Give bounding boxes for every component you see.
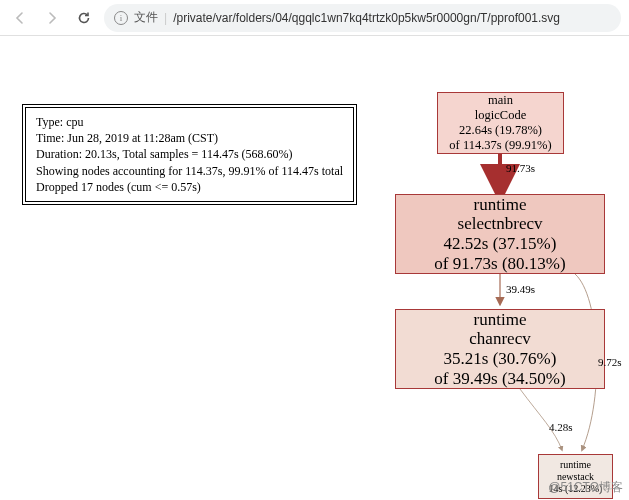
node-pkg: runtime xyxy=(474,195,527,215)
node-fn: chanrecv xyxy=(469,329,530,349)
legend-duration: Duration: 20.13s, Total samples = 114.47… xyxy=(36,146,343,162)
node-runtime-selectnbrecv[interactable]: runtime selectnbrecv 42.52s (37.15%) of … xyxy=(395,194,605,274)
browser-toolbar: i 文件 | /private/var/folders/04/qgqlc1wn7… xyxy=(0,0,629,36)
edge-label-4: 4.28s xyxy=(549,421,573,433)
info-icon: i xyxy=(114,11,128,25)
node-cum: of 114.37s (99.91%) xyxy=(449,138,551,153)
node-cum: of 39.49s (34.50%) xyxy=(434,369,565,389)
legend-showing: Showing nodes accounting for 114.37s, 99… xyxy=(36,163,343,179)
reload-button[interactable] xyxy=(72,6,96,30)
node-flat: 42.52s (37.15%) xyxy=(444,234,557,254)
node-pkg: main xyxy=(488,93,513,108)
node-runtime-chanrecv[interactable]: runtime chanrecv 35.21s (30.76%) of 39.4… xyxy=(395,309,605,389)
node-fn: logicCode xyxy=(475,108,526,123)
edge-label-1: 91.73s xyxy=(506,162,535,174)
node-flat: 22.64s (19.78%) xyxy=(459,123,542,138)
graph-canvas: Type: cpu Time: Jun 28, 2019 at 11:28am … xyxy=(0,36,629,500)
legend-type: Type: cpu xyxy=(36,114,343,130)
url-path: /private/var/folders/04/qgqlc1wn7kq4trtz… xyxy=(173,11,560,25)
node-pkg: runtime xyxy=(560,459,591,471)
legend-dropped: Dropped 17 nodes (cum <= 0.57s) xyxy=(36,179,343,195)
edge-chanrecv-to-newstack xyxy=(520,389,562,450)
legend-time: Time: Jun 28, 2019 at 11:28am (CST) xyxy=(36,130,343,146)
node-cum: of 91.73s (80.13%) xyxy=(434,254,565,274)
edge-label-2: 39.49s xyxy=(506,283,535,295)
watermark: @51CTO博客 xyxy=(548,479,623,496)
node-pkg: runtime xyxy=(474,310,527,330)
url-separator: | xyxy=(164,11,167,25)
edge-label-3: 9.72s xyxy=(598,356,622,368)
legend-box: Type: cpu Time: Jun 28, 2019 at 11:28am … xyxy=(22,104,357,205)
url-scheme-label: 文件 xyxy=(134,9,158,26)
node-flat: 35.21s (30.76%) xyxy=(444,349,557,369)
node-main-logiccode[interactable]: main logicCode 22.64s (19.78%) of 114.37… xyxy=(437,92,564,154)
address-bar[interactable]: i 文件 | /private/var/folders/04/qgqlc1wn7… xyxy=(104,4,621,32)
forward-button[interactable] xyxy=(40,6,64,30)
back-button[interactable] xyxy=(8,6,32,30)
node-fn: selectnbrecv xyxy=(458,214,543,234)
